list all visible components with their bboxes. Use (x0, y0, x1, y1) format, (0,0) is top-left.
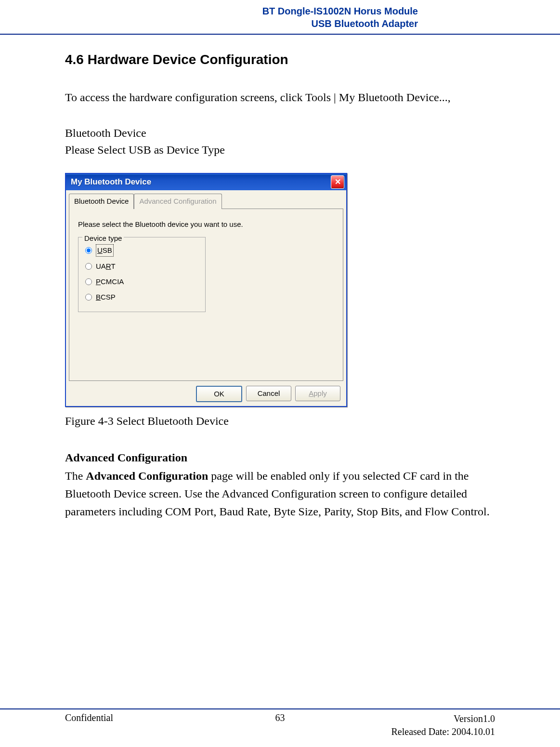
tab-strip: Bluetooth Device Advanced Configuration (69, 193, 343, 209)
ok-button[interactable]: OK (196, 386, 242, 402)
section-title: 4.6 Hardware Device Configuration (65, 49, 495, 71)
tab-advanced-configuration: Advanced Configuration (134, 194, 221, 209)
radio-pcmcia-input[interactable] (85, 278, 92, 285)
radio-usb-label: USB (96, 244, 114, 257)
figure-caption: Figure 4-3 Select Bluetooth Device (65, 412, 495, 430)
page-footer-wrap: Confidential 63 Version1.0 Released Date… (0, 708, 560, 738)
radio-uart[interactable]: UART (85, 259, 198, 274)
close-icon: ✕ (335, 176, 341, 188)
advanced-config-block: Advanced Configuration The Advanced Conf… (65, 448, 495, 521)
advanced-config-body: The Advanced Configuration page will be … (65, 467, 495, 521)
document-page: BT Dongle-IS1002N Horus Module USB Bluet… (0, 0, 560, 747)
bluetooth-device-dialog: My Bluetooth Device ✕ Bluetooth Device A… (65, 173, 347, 407)
page-footer: Confidential 63 Version1.0 Released Date… (0, 709, 560, 738)
device-type-groupbox: Device type USB UART PCMCIA (78, 237, 206, 312)
cancel-button[interactable]: Cancel (246, 386, 291, 401)
header-line-2: USB Bluetooth Adapter (0, 17, 418, 30)
advanced-config-title: Advanced Configuration (65, 448, 495, 467)
footer-right: Version1.0 Released Date: 2004.10.01 (391, 712, 495, 738)
header-line-1: BT Dongle-IS1002N Horus Module (0, 5, 418, 17)
dialog-instructions: Please select the Bluetooth device you w… (78, 219, 334, 230)
page-header: BT Dongle-IS1002N Horus Module USB Bluet… (0, 0, 560, 30)
footer-version: Version1.0 (391, 712, 495, 725)
sub-line-1: Bluetooth Device (65, 125, 495, 142)
dialog-titlebar[interactable]: My Bluetooth Device ✕ (66, 174, 346, 190)
footer-page-number: 63 (275, 712, 285, 723)
sub-line-2: Please Select USB as Device Type (65, 142, 495, 158)
tab-panel: Please select the Bluetooth device you w… (69, 209, 343, 381)
footer-left: Confidential (65, 712, 113, 738)
intro-paragraph: To access the hardware configuration scr… (65, 88, 495, 106)
radio-uart-label: UART (96, 261, 116, 272)
radio-bcsp[interactable]: BCSP (85, 289, 198, 305)
close-button[interactable]: ✕ (331, 175, 344, 189)
radio-bcsp-label: BCSP (96, 291, 116, 303)
groupbox-legend: Device type (82, 233, 124, 244)
page-content: 4.6 Hardware Device Configuration To acc… (0, 35, 560, 521)
footer-release-date: Released Date: 2004.10.01 (391, 725, 495, 738)
radio-usb-input[interactable] (85, 247, 92, 254)
radio-pcmcia-label: PCMCIA (96, 276, 124, 288)
apply-button: Apply (295, 386, 340, 401)
tab-bluetooth-device[interactable]: Bluetooth Device (69, 194, 134, 209)
sub-paragraph: Bluetooth Device Please Select USB as De… (65, 125, 495, 158)
dialog-body: Bluetooth Device Advanced Configuration … (66, 190, 346, 406)
dialog-title: My Bluetooth Device (71, 175, 151, 188)
radio-pcmcia[interactable]: PCMCIA (85, 274, 198, 289)
radio-uart-input[interactable] (85, 263, 92, 270)
radio-bcsp-input[interactable] (85, 294, 92, 301)
dialog-button-row: OK Cancel Apply (69, 381, 343, 402)
radio-usb[interactable]: USB (85, 242, 198, 259)
